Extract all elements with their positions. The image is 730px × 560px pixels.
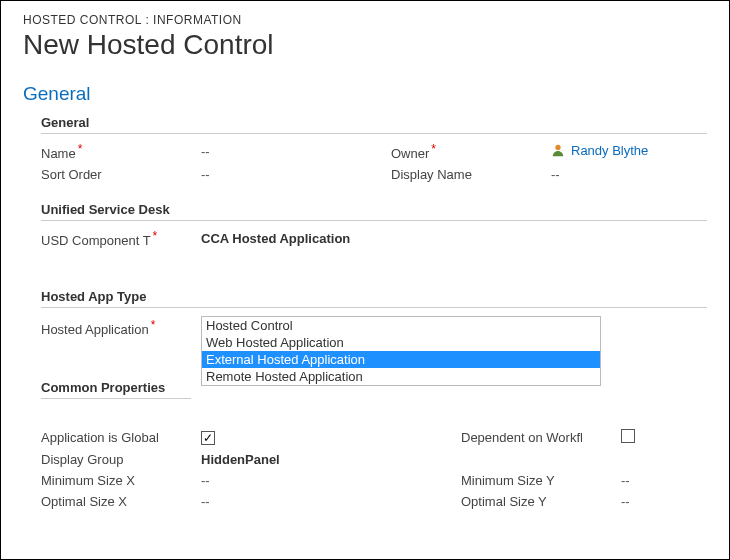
tab-general[interactable]: General: [23, 83, 707, 105]
group-general: General Name* -- Owner* Randy Blythe Sor…: [41, 115, 707, 182]
display-group-label: Display Group: [41, 452, 191, 467]
group-common-properties: Common Properties Application is Global …: [41, 380, 707, 509]
name-label-text: Name: [41, 146, 76, 161]
owner-link[interactable]: Randy Blythe: [571, 143, 648, 158]
owner-label: Owner*: [391, 142, 541, 161]
group-usd: Unified Service Desk USD Component T* CC…: [41, 202, 707, 248]
min-size-y-label: Minimum Size Y: [461, 473, 611, 488]
sort-order-label: Sort Order: [41, 167, 191, 182]
display-name-field[interactable]: --: [551, 167, 730, 182]
group-header-usd: Unified Service Desk: [41, 202, 707, 221]
opt-size-y-field[interactable]: --: [621, 494, 681, 509]
usd-component-field[interactable]: CCA Hosted Application: [201, 231, 730, 246]
hosted-application-label-text: Hosted Application: [41, 322, 149, 337]
opt-size-x-label: Optimal Size X: [41, 494, 191, 509]
group-header-common-properties: Common Properties: [41, 380, 191, 399]
svg-point-0: [555, 145, 560, 150]
usd-component-label-text: USD Component T: [41, 234, 151, 249]
required-asterisk: *: [78, 142, 83, 156]
name-field[interactable]: --: [201, 144, 381, 159]
common-field-grid: Application is Global Dependent on Workf…: [41, 429, 707, 509]
group-header-general: General: [41, 115, 707, 134]
app-is-global-checkbox[interactable]: [201, 431, 215, 445]
owner-label-text: Owner: [391, 146, 429, 161]
required-asterisk: *: [151, 318, 156, 332]
app-is-global-label: Application is Global: [41, 430, 191, 445]
display-name-label: Display Name: [391, 167, 541, 182]
hosted-application-label: Hosted Application*: [41, 316, 191, 337]
general-field-grid: Name* -- Owner* Randy Blythe Sort Order …: [41, 142, 707, 182]
page-title: New Hosted Control: [23, 29, 707, 61]
usd-field-grid: USD Component T* CCA Hosted Application: [41, 229, 707, 248]
sort-order-field[interactable]: --: [201, 167, 381, 182]
min-size-y-field[interactable]: --: [621, 473, 681, 488]
opt-size-x-field[interactable]: --: [201, 494, 451, 509]
group-header-hosted-app-type: Hosted App Type: [41, 289, 707, 308]
dependent-workflow-label: Dependent on Workfl: [461, 430, 611, 445]
opt-size-y-label: Optimal Size Y: [461, 494, 611, 509]
min-size-x-label: Minimum Size X: [41, 473, 191, 488]
required-asterisk: *: [153, 229, 158, 243]
display-group-field[interactable]: HiddenPanel: [201, 452, 681, 467]
name-label: Name*: [41, 142, 191, 161]
breadcrumb: HOSTED CONTROL : INFORMATION: [23, 13, 707, 27]
dropdown-option[interactable]: Web Hosted Application: [202, 334, 600, 351]
min-size-x-field[interactable]: --: [201, 473, 451, 488]
group-hosted-app-type: Hosted App Type Hosted Application* Host…: [41, 289, 707, 386]
hosted-application-dropdown[interactable]: Hosted ControlWeb Hosted ApplicationExte…: [201, 316, 601, 386]
dependent-workflow-checkbox[interactable]: [621, 429, 635, 443]
required-asterisk: *: [431, 142, 436, 156]
usd-component-label: USD Component T*: [41, 229, 191, 248]
dropdown-option[interactable]: Remote Hosted Application: [202, 368, 600, 385]
owner-field[interactable]: Randy Blythe: [551, 143, 730, 161]
dropdown-option[interactable]: External Hosted Application: [202, 351, 600, 368]
user-icon: [551, 143, 565, 157]
dropdown-option[interactable]: Hosted Control: [202, 317, 600, 334]
